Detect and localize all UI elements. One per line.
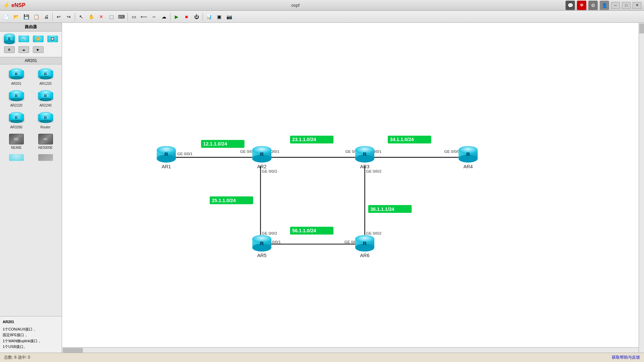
capture-button[interactable]: ⬚ [107,12,116,21]
grid-button[interactable]: ▣ [214,12,224,21]
svg-text:AR2: AR2 [257,164,267,169]
svg-text:AR5: AR5 [257,253,267,258]
cloud-button[interactable]: ☁ [159,12,169,21]
category-router[interactable]: R [3,34,16,44]
category-pc[interactable]: 🖥 [3,45,16,54]
svg-text:R: R [363,240,367,246]
info-description: 1个CON/AUX接口， 固定8FE接口， 1个WAN侧uplink接口， 1个… [3,326,59,350]
top-right-icons: 💬 华 ⚙ 👤 [566,1,609,10]
maximize-button[interactable]: □ [622,2,631,9]
auto-connect-button[interactable]: ↔ [149,12,159,21]
scrollbar-right[interactable] [639,23,644,353]
device-label-ar201: AR201 [11,82,21,85]
redo-button[interactable]: ↪ [64,12,73,21]
category-more[interactable]: ▶ [32,45,45,54]
terminal-button[interactable]: ⌨ [117,12,126,21]
net-label-23-text: 23.1.1.0/24 [292,137,316,142]
port-ar1-ge001: GE 0/0/1 [177,152,193,156]
device-item-ne40e[interactable]: NE NE40E [2,132,31,152]
device-item-ar3260[interactable]: R AR3260 [2,110,31,131]
device-item-ar1220[interactable]: R AR1220 [31,66,60,87]
close-button[interactable]: ✕ [633,2,641,9]
user-icon[interactable]: 👤 [600,1,609,10]
print-button[interactable]: 🖨 [42,12,51,21]
save-button[interactable]: 💾 [21,12,31,21]
settings-icon[interactable]: ⚙ [588,1,598,10]
port-ar6-ge002: GE 0/0/2 [366,231,381,235]
device-label-ne5000e: NE5000E [38,146,53,149]
device-item-ar201[interactable]: R AR201 [2,66,31,87]
router-ar3[interactable]: R AR3 [355,146,374,169]
router-ar4[interactable]: R AR4 [459,146,478,169]
play-button[interactable]: ▶ [172,12,181,21]
svg-text:R: R [260,240,264,246]
device-label-ar3260: AR3260 [10,125,22,129]
device-label-ne40e: NE40E [11,146,22,149]
info-title: AR201 [3,319,59,325]
select-button[interactable]: ↖ [76,12,86,21]
device-label-router: Router [40,125,50,129]
device-item-extra2[interactable] [31,152,60,163]
toolbar-sep-4 [170,13,170,21]
net-label-12-text: 12.1.1.0/24 [203,141,227,146]
undo-button[interactable]: ↩ [54,12,63,21]
info-panel: AR201 1个CON/AUX接口， 固定8FE接口， 1个WAN侧uplink… [0,316,62,353]
device-item-extra1[interactable] [2,152,31,163]
device-list[interactable]: R AR201 R AR1220 [0,64,62,316]
app-logo: ⚡ eNSP [3,2,25,9]
router-ar1[interactable]: R AR1 [157,146,176,169]
open-button[interactable]: 📂 [11,12,21,21]
device-item-ar2220[interactable]: R AR2220 [2,88,31,109]
huawei-icon[interactable]: 华 [577,1,586,10]
toolbar-sep-1 [52,13,53,21]
status-bar: 总数: 6 选中: 0 获取帮助与反馈 [0,353,644,362]
scrollbar-bottom[interactable] [62,347,639,353]
device-item-ar2240[interactable]: R AR2240 [31,88,60,109]
delete-button[interactable]: ✕ [97,12,106,21]
toolbar-sep-5 [203,13,203,21]
pan-button[interactable]: ✋ [87,12,96,21]
port-ar5-ge002: GE 0/0/2 [262,231,277,235]
category-other[interactable]: 🔲 [46,34,59,44]
power-button[interactable]: ⏻ [192,12,201,21]
chat-icon[interactable]: 💬 [566,1,575,10]
svg-text:AR3: AR3 [360,164,370,169]
device-item-router[interactable]: R Router [31,110,60,131]
canvas-area[interactable]: 12.1.1.0/24 23.1.1.0/24 34.1.1.0/24 25.1… [62,23,644,353]
svg-text:R: R [260,151,264,157]
device-section-title: 路由器 [0,23,62,32]
help-link[interactable]: 获取帮助与反馈 [612,355,640,360]
screenshot-button[interactable]: 📷 [224,12,234,21]
toolbar: 📄 📂 💾 📋 🖨 ↩ ↪ ↖ ✋ ✕ ⬚ ⌨ ▭ ⟵ ↔ ☁ ▶ ■ ⏻ 📊 … [0,11,644,23]
main-layout: 路由器 R 📡 📶 🔲 🖥 ☁ ▶ [0,23,644,353]
title-bar-left: ⚡ eNSP [3,2,25,9]
device-label-ar2240: AR2240 [39,104,51,107]
device-item-ne5000e[interactable]: NE NE5000E [31,132,60,152]
device-grid: R AR201 R AR1220 [0,64,62,165]
svg-text:R: R [466,151,470,157]
device-label-ar1220: AR1220 [39,82,51,85]
svg-text:R: R [363,151,367,157]
new-button[interactable]: 📄 [1,12,11,21]
port-ar4-ge000: GE 0/0/0 [444,149,460,154]
left-panel: 路由器 R 📡 📶 🔲 🖥 ☁ ▶ [0,23,62,353]
svg-text:R: R [164,151,168,157]
port-ar2-ge002: GE 0/0/2 [262,169,277,173]
category-icons-grid: R 📡 📶 🔲 🖥 ☁ ▶ [0,32,62,57]
device-label-ar2220: AR2220 [10,104,22,107]
topology-button[interactable]: 📊 [204,12,214,21]
connect-button[interactable]: ⟵ [139,12,149,21]
rectangle-button[interactable]: ▭ [129,12,139,21]
router-ar6[interactable]: R AR6 [355,235,374,258]
category-wireless[interactable]: 📡 [17,34,30,44]
save-as-button[interactable]: 📋 [32,12,41,21]
router-ar5[interactable]: R AR5 [252,235,271,258]
stop-button[interactable]: ■ [182,12,191,21]
category-cloud[interactable]: ☁ [17,45,30,54]
title-bar: ⚡ eNSP ospf 💬 华 ⚙ 👤 ─ □ ✕ [0,0,644,11]
category-wlan[interactable]: 📶 [32,34,45,44]
status-total: 总数: 6 选中: 0 [4,355,30,360]
minimize-button[interactable]: ─ [611,2,620,9]
router-ar2[interactable]: R AR2 [252,146,271,169]
net-label-25-text: 25.1.1.0/24 [212,198,236,203]
